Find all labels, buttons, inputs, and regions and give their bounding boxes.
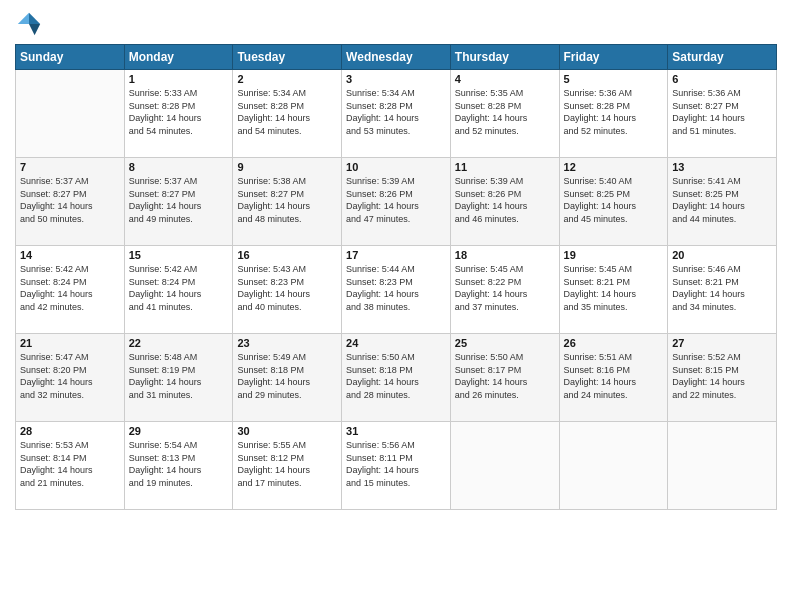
day-info: Sunrise: 5:37 AM Sunset: 8:27 PM Dayligh… <box>129 175 229 225</box>
calendar-cell: 18Sunrise: 5:45 AM Sunset: 8:22 PM Dayli… <box>450 246 559 334</box>
day-info: Sunrise: 5:42 AM Sunset: 8:24 PM Dayligh… <box>129 263 229 313</box>
day-info: Sunrise: 5:52 AM Sunset: 8:15 PM Dayligh… <box>672 351 772 401</box>
page: SundayMondayTuesdayWednesdayThursdayFrid… <box>0 0 792 612</box>
day-info: Sunrise: 5:54 AM Sunset: 8:13 PM Dayligh… <box>129 439 229 489</box>
header-row: SundayMondayTuesdayWednesdayThursdayFrid… <box>16 45 777 70</box>
calendar-cell: 7Sunrise: 5:37 AM Sunset: 8:27 PM Daylig… <box>16 158 125 246</box>
calendar-cell: 26Sunrise: 5:51 AM Sunset: 8:16 PM Dayli… <box>559 334 668 422</box>
calendar-cell: 29Sunrise: 5:54 AM Sunset: 8:13 PM Dayli… <box>124 422 233 510</box>
day-number: 30 <box>237 425 337 437</box>
header-cell-saturday: Saturday <box>668 45 777 70</box>
calendar-cell: 30Sunrise: 5:55 AM Sunset: 8:12 PM Dayli… <box>233 422 342 510</box>
calendar-cell <box>668 422 777 510</box>
header-cell-monday: Monday <box>124 45 233 70</box>
calendar-cell <box>16 70 125 158</box>
svg-marker-0 <box>29 13 40 24</box>
day-number: 13 <box>672 161 772 173</box>
day-number: 28 <box>20 425 120 437</box>
day-number: 9 <box>237 161 337 173</box>
day-info: Sunrise: 5:53 AM Sunset: 8:14 PM Dayligh… <box>20 439 120 489</box>
day-number: 17 <box>346 249 446 261</box>
calendar-cell: 21Sunrise: 5:47 AM Sunset: 8:20 PM Dayli… <box>16 334 125 422</box>
day-number: 14 <box>20 249 120 261</box>
week-row-2: 14Sunrise: 5:42 AM Sunset: 8:24 PM Dayli… <box>16 246 777 334</box>
day-number: 3 <box>346 73 446 85</box>
calendar-cell: 17Sunrise: 5:44 AM Sunset: 8:23 PM Dayli… <box>342 246 451 334</box>
calendar-cell: 19Sunrise: 5:45 AM Sunset: 8:21 PM Dayli… <box>559 246 668 334</box>
calendar-cell: 12Sunrise: 5:40 AM Sunset: 8:25 PM Dayli… <box>559 158 668 246</box>
day-info: Sunrise: 5:45 AM Sunset: 8:22 PM Dayligh… <box>455 263 555 313</box>
day-number: 6 <box>672 73 772 85</box>
day-info: Sunrise: 5:50 AM Sunset: 8:18 PM Dayligh… <box>346 351 446 401</box>
day-number: 31 <box>346 425 446 437</box>
day-info: Sunrise: 5:50 AM Sunset: 8:17 PM Dayligh… <box>455 351 555 401</box>
day-info: Sunrise: 5:55 AM Sunset: 8:12 PM Dayligh… <box>237 439 337 489</box>
calendar-header: SundayMondayTuesdayWednesdayThursdayFrid… <box>16 45 777 70</box>
day-info: Sunrise: 5:36 AM Sunset: 8:27 PM Dayligh… <box>672 87 772 137</box>
header-cell-thursday: Thursday <box>450 45 559 70</box>
day-info: Sunrise: 5:38 AM Sunset: 8:27 PM Dayligh… <box>237 175 337 225</box>
calendar-cell: 10Sunrise: 5:39 AM Sunset: 8:26 PM Dayli… <box>342 158 451 246</box>
header-cell-friday: Friday <box>559 45 668 70</box>
day-info: Sunrise: 5:34 AM Sunset: 8:28 PM Dayligh… <box>237 87 337 137</box>
day-number: 25 <box>455 337 555 349</box>
calendar-cell <box>559 422 668 510</box>
calendar-cell: 23Sunrise: 5:49 AM Sunset: 8:18 PM Dayli… <box>233 334 342 422</box>
day-info: Sunrise: 5:47 AM Sunset: 8:20 PM Dayligh… <box>20 351 120 401</box>
day-number: 21 <box>20 337 120 349</box>
calendar-body: 1Sunrise: 5:33 AM Sunset: 8:28 PM Daylig… <box>16 70 777 510</box>
day-info: Sunrise: 5:46 AM Sunset: 8:21 PM Dayligh… <box>672 263 772 313</box>
day-info: Sunrise: 5:37 AM Sunset: 8:27 PM Dayligh… <box>20 175 120 225</box>
calendar-cell: 2Sunrise: 5:34 AM Sunset: 8:28 PM Daylig… <box>233 70 342 158</box>
calendar-cell: 28Sunrise: 5:53 AM Sunset: 8:14 PM Dayli… <box>16 422 125 510</box>
calendar-cell: 27Sunrise: 5:52 AM Sunset: 8:15 PM Dayli… <box>668 334 777 422</box>
day-info: Sunrise: 5:41 AM Sunset: 8:25 PM Dayligh… <box>672 175 772 225</box>
week-row-1: 7Sunrise: 5:37 AM Sunset: 8:27 PM Daylig… <box>16 158 777 246</box>
day-info: Sunrise: 5:40 AM Sunset: 8:25 PM Dayligh… <box>564 175 664 225</box>
day-info: Sunrise: 5:45 AM Sunset: 8:21 PM Dayligh… <box>564 263 664 313</box>
day-number: 23 <box>237 337 337 349</box>
header-cell-sunday: Sunday <box>16 45 125 70</box>
day-number: 18 <box>455 249 555 261</box>
day-info: Sunrise: 5:49 AM Sunset: 8:18 PM Dayligh… <box>237 351 337 401</box>
calendar-cell: 14Sunrise: 5:42 AM Sunset: 8:24 PM Dayli… <box>16 246 125 334</box>
calendar-cell: 20Sunrise: 5:46 AM Sunset: 8:21 PM Dayli… <box>668 246 777 334</box>
calendar-cell: 6Sunrise: 5:36 AM Sunset: 8:27 PM Daylig… <box>668 70 777 158</box>
day-info: Sunrise: 5:39 AM Sunset: 8:26 PM Dayligh… <box>346 175 446 225</box>
calendar-cell: 22Sunrise: 5:48 AM Sunset: 8:19 PM Dayli… <box>124 334 233 422</box>
day-info: Sunrise: 5:51 AM Sunset: 8:16 PM Dayligh… <box>564 351 664 401</box>
day-number: 29 <box>129 425 229 437</box>
svg-marker-1 <box>29 24 40 35</box>
week-row-0: 1Sunrise: 5:33 AM Sunset: 8:28 PM Daylig… <box>16 70 777 158</box>
day-info: Sunrise: 5:48 AM Sunset: 8:19 PM Dayligh… <box>129 351 229 401</box>
day-info: Sunrise: 5:35 AM Sunset: 8:28 PM Dayligh… <box>455 87 555 137</box>
calendar-cell: 24Sunrise: 5:50 AM Sunset: 8:18 PM Dayli… <box>342 334 451 422</box>
header <box>15 10 777 38</box>
day-number: 16 <box>237 249 337 261</box>
day-number: 15 <box>129 249 229 261</box>
day-number: 4 <box>455 73 555 85</box>
day-number: 7 <box>20 161 120 173</box>
logo <box>15 10 47 38</box>
day-info: Sunrise: 5:34 AM Sunset: 8:28 PM Dayligh… <box>346 87 446 137</box>
day-number: 5 <box>564 73 664 85</box>
calendar-cell: 4Sunrise: 5:35 AM Sunset: 8:28 PM Daylig… <box>450 70 559 158</box>
day-number: 19 <box>564 249 664 261</box>
calendar-cell: 11Sunrise: 5:39 AM Sunset: 8:26 PM Dayli… <box>450 158 559 246</box>
week-row-4: 28Sunrise: 5:53 AM Sunset: 8:14 PM Dayli… <box>16 422 777 510</box>
day-number: 1 <box>129 73 229 85</box>
calendar-cell: 9Sunrise: 5:38 AM Sunset: 8:27 PM Daylig… <box>233 158 342 246</box>
day-number: 2 <box>237 73 337 85</box>
day-info: Sunrise: 5:42 AM Sunset: 8:24 PM Dayligh… <box>20 263 120 313</box>
day-number: 20 <box>672 249 772 261</box>
logo-icon <box>15 10 43 38</box>
calendar-cell: 15Sunrise: 5:42 AM Sunset: 8:24 PM Dayli… <box>124 246 233 334</box>
calendar-cell: 8Sunrise: 5:37 AM Sunset: 8:27 PM Daylig… <box>124 158 233 246</box>
day-number: 27 <box>672 337 772 349</box>
svg-marker-2 <box>18 13 29 24</box>
day-number: 26 <box>564 337 664 349</box>
header-cell-wednesday: Wednesday <box>342 45 451 70</box>
header-cell-tuesday: Tuesday <box>233 45 342 70</box>
calendar-cell: 5Sunrise: 5:36 AM Sunset: 8:28 PM Daylig… <box>559 70 668 158</box>
day-number: 12 <box>564 161 664 173</box>
